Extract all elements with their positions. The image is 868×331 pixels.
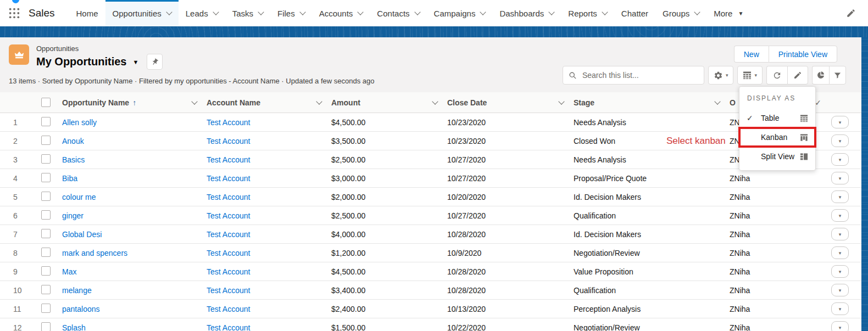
opportunity-link[interactable]: Anouk (62, 137, 84, 145)
row-checkbox[interactable] (41, 192, 51, 201)
amount-cell: $2,500.00 (327, 211, 443, 220)
row-actions-button[interactable]: ▾ (831, 172, 849, 184)
account-link[interactable]: Test Account (207, 193, 250, 201)
opportunity-link[interactable]: mark and spencers (62, 249, 127, 257)
chevron-down-icon[interactable] (432, 98, 438, 104)
account-link[interactable]: Test Account (207, 230, 250, 239)
opportunity-link[interactable]: Splash (62, 323, 86, 331)
account-link[interactable]: Test Account (207, 286, 250, 295)
chevron-down-icon[interactable] (558, 98, 564, 104)
app-launcher-icon[interactable] (8, 7, 20, 19)
tab-chatter[interactable]: Chatter (614, 0, 655, 26)
owner-alias-cell: ZNiha (725, 286, 827, 295)
tab-leads[interactable]: Leads (179, 0, 225, 26)
printable-view-button[interactable]: Printable View (769, 46, 837, 63)
amount-cell: $1,500.00 (327, 323, 443, 331)
tab-accounts[interactable]: Accounts (312, 0, 370, 26)
list-view-selector-caret-icon[interactable]: ▼ (132, 59, 138, 65)
menu-item-table[interactable]: ✓Table (739, 109, 815, 127)
charts-button[interactable] (812, 66, 829, 85)
close-date-cell: 10/22/2020 (443, 323, 569, 331)
opportunity-link[interactable]: pantaloons (62, 305, 100, 313)
tab-label: Files (277, 9, 295, 18)
row-number: 11 (0, 305, 33, 313)
account-link[interactable]: Test Account (207, 305, 250, 313)
column-select-all[interactable] (33, 92, 58, 113)
opportunity-link[interactable]: Global Desi (62, 230, 102, 239)
chevron-down-icon[interactable] (191, 98, 197, 104)
tab-files[interactable]: Files (270, 0, 312, 26)
chevron-down-icon[interactable] (714, 98, 720, 104)
new-button[interactable]: New (734, 46, 769, 63)
pin-list-button[interactable] (147, 54, 163, 70)
account-link[interactable]: Test Account (207, 249, 250, 257)
row-checkbox[interactable] (41, 136, 51, 145)
display-as-button[interactable]: ▾ (737, 66, 763, 85)
row-actions-button[interactable]: ▾ (831, 190, 849, 203)
tab-more[interactable]: More▼ (706, 0, 750, 26)
row-checkbox[interactable] (41, 154, 51, 164)
account-link[interactable]: Test Account (207, 174, 250, 183)
edit-list-button[interactable] (787, 66, 808, 85)
column-opportunity-name[interactable]: Opportunity Name↑ (58, 92, 202, 113)
opportunity-link[interactable]: Allen solly (62, 118, 97, 127)
row-actions-button[interactable]: ▾ (831, 228, 849, 240)
tab-opportunities[interactable]: Opportunities (105, 0, 179, 26)
tab-groups[interactable]: Groups (655, 0, 706, 26)
chevron-down-icon[interactable] (316, 98, 322, 104)
menu-item-kanban[interactable]: Kanban (739, 128, 815, 147)
column-stage[interactable]: Stage (569, 92, 725, 113)
row-actions-button[interactable]: ▾ (831, 265, 849, 278)
account-link[interactable]: Test Account (207, 267, 250, 276)
opportunity-link[interactable]: Basics (62, 155, 85, 164)
account-link[interactable]: Test Account (207, 211, 250, 220)
refresh-button[interactable] (766, 66, 787, 85)
tab-reports[interactable]: Reports (561, 0, 614, 26)
row-actions-button[interactable]: ▾ (831, 134, 849, 147)
row-checkbox[interactable] (41, 304, 51, 313)
tab-campaigns[interactable]: Campaigns (427, 0, 493, 26)
refresh-icon (772, 71, 782, 80)
chevron-down-icon (166, 9, 172, 15)
row-actions-button[interactable]: ▾ (831, 209, 849, 222)
search-input[interactable] (581, 70, 698, 80)
tab-contacts[interactable]: Contacts (370, 0, 426, 26)
account-link[interactable]: Test Account (207, 155, 250, 164)
opportunity-link[interactable]: colour me (62, 193, 96, 201)
account-link[interactable]: Test Account (207, 323, 250, 331)
row-checkbox[interactable] (41, 229, 51, 238)
row-actions-button[interactable]: ▾ (831, 246, 849, 259)
row-actions-button[interactable]: ▾ (831, 321, 849, 331)
row-checkbox[interactable] (41, 117, 51, 126)
tab-home[interactable]: Home (69, 0, 105, 26)
row-actions-button[interactable]: ▾ (831, 116, 849, 128)
account-link[interactable]: Test Account (207, 118, 250, 127)
row-checkbox[interactable] (41, 285, 51, 294)
column-amount[interactable]: Amount (327, 92, 443, 113)
row-actions-button[interactable]: ▾ (831, 153, 849, 166)
opportunity-link[interactable]: Biba (62, 174, 77, 183)
select-all-checkbox[interactable] (41, 98, 51, 107)
list-settings-button[interactable]: ▾ (708, 66, 734, 85)
row-actions-button[interactable]: ▾ (831, 302, 849, 315)
column-close-date[interactable]: Close Date (443, 92, 569, 113)
row-checkbox[interactable] (41, 248, 51, 257)
nav-tabs: HomeOpportunitiesLeadsTasksFilesAccounts… (69, 0, 846, 26)
row-checkbox[interactable] (41, 210, 51, 220)
row-checkbox[interactable] (41, 173, 51, 182)
stage-cell: Id. Decision Makers (569, 193, 725, 201)
opportunity-link[interactable]: Max (62, 267, 76, 276)
tab-tasks[interactable]: Tasks (225, 0, 270, 26)
tab-dashboards[interactable]: Dashboards (492, 0, 561, 26)
column-account-name[interactable]: Account Name (202, 92, 327, 113)
account-link[interactable]: Test Account (207, 137, 250, 145)
row-actions-button[interactable]: ▾ (831, 284, 849, 296)
edit-pencil-icon[interactable] (846, 8, 856, 18)
opportunity-link[interactable]: ginger (62, 211, 84, 220)
menu-item-split-view[interactable]: Split View (739, 147, 815, 166)
column-label: Account Name (207, 98, 260, 107)
opportunity-link[interactable]: melange (62, 286, 92, 295)
row-checkbox[interactable] (41, 322, 51, 331)
filters-button[interactable] (829, 66, 846, 85)
row-checkbox[interactable] (41, 266, 51, 276)
